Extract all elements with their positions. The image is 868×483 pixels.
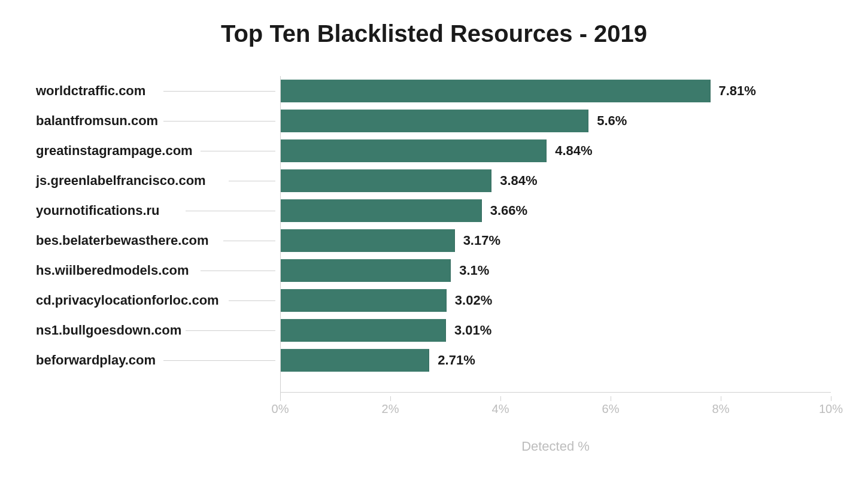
category-label: bes.belaterbewasthere.com	[36, 233, 233, 248]
bar	[280, 259, 451, 282]
bar-area: 2.71%	[280, 349, 831, 372]
bar-area: 3.17%	[280, 229, 831, 252]
bar-area: 3.1%	[280, 259, 831, 282]
bar-row: worldctraffic.com7.81%	[36, 76, 832, 106]
leader-line	[186, 211, 275, 211]
x-tick	[831, 396, 831, 401]
bar-row: ns1.bullgoesdown.com3.01%	[36, 315, 832, 345]
value-label: 3.01%	[454, 323, 491, 338]
bar-area: 7.81%	[280, 80, 831, 102]
value-label: 3.1%	[459, 263, 489, 278]
chart-container: Top Ten Blacklisted Resources - 2019 wor…	[0, 0, 868, 483]
x-tick	[611, 396, 611, 401]
x-axis: 0%2%4%6%8%10%	[280, 392, 831, 434]
bar-row: beforwardplay.com2.71%	[36, 345, 832, 375]
bar	[280, 289, 447, 312]
bar-row: hs.wiilberedmodels.com3.1%	[36, 256, 832, 285]
x-tick-label: 8%	[712, 402, 730, 416]
bar	[280, 349, 429, 372]
value-label: 4.84%	[555, 143, 592, 159]
bar	[280, 139, 547, 162]
bar-area: 3.66%	[280, 199, 831, 222]
bar-row: yournotifications.ru3.66%	[36, 196, 832, 226]
x-tick-label: 2%	[382, 402, 399, 416]
value-label: 2.71%	[438, 353, 475, 368]
leader-line	[186, 330, 275, 331]
chart-title: Top Ten Blacklisted Resources - 2019	[36, 20, 832, 47]
value-label: 3.66%	[490, 203, 527, 218]
bar-area: 3.01%	[280, 319, 831, 342]
bar-area: 5.6%	[280, 110, 831, 132]
x-tick	[721, 396, 721, 401]
leader-line	[163, 360, 276, 361]
leader-line	[229, 300, 275, 301]
x-tick	[280, 396, 281, 401]
x-tick-label: 6%	[602, 402, 620, 416]
chart-plot-area: worldctraffic.com7.81%balantfromsun.com5…	[36, 76, 832, 415]
bar-area: 3.84%	[280, 169, 831, 192]
bar-row: bes.belaterbewasthere.com3.17%	[36, 226, 832, 256]
leader-line	[229, 181, 275, 181]
leader-line	[201, 151, 275, 151]
value-label: 5.6%	[597, 113, 627, 129]
x-tick	[500, 396, 501, 401]
bar-row: cd.privacylocationforloc.com3.02%	[36, 285, 832, 315]
bar-row: greatinstagrampage.com4.84%	[36, 136, 832, 166]
bar	[280, 319, 446, 342]
bar	[280, 169, 491, 192]
value-label: 3.17%	[463, 233, 500, 248]
bar-row: js.greenlabelfrancisco.com3.84%	[36, 166, 832, 196]
leader-line	[223, 241, 276, 241]
x-tick-label: 4%	[492, 402, 509, 416]
value-label: 3.02%	[455, 293, 492, 308]
bar	[280, 199, 482, 222]
bar-area: 4.84%	[280, 139, 831, 162]
bar-row: balantfromsun.com5.6%	[36, 106, 832, 136]
bars-host: worldctraffic.com7.81%balantfromsun.com5…	[36, 76, 832, 375]
x-tick-label: 0%	[272, 402, 289, 416]
x-tick	[390, 396, 391, 401]
bar-area: 3.02%	[280, 289, 831, 312]
value-label: 3.84%	[500, 173, 537, 189]
leader-line	[201, 271, 275, 271]
x-axis-title: Detected %	[280, 439, 831, 454]
bar	[280, 229, 455, 252]
category-label: cd.privacylocationforloc.com	[36, 293, 233, 308]
leader-line	[163, 91, 276, 92]
category-label: js.greenlabelfrancisco.com	[36, 173, 233, 189]
bar	[280, 110, 588, 132]
x-tick-label: 10%	[819, 402, 843, 416]
value-label: 7.81%	[719, 83, 756, 99]
leader-line	[163, 121, 276, 121]
y-axis-baseline	[280, 76, 281, 399]
bar	[280, 80, 711, 102]
